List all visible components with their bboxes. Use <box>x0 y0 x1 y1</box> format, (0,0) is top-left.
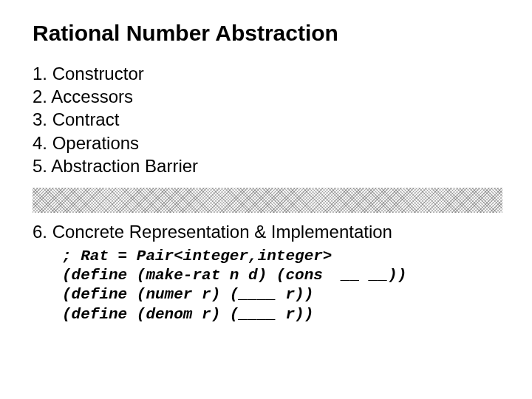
page-title: Rational Number Abstraction <box>33 21 502 46</box>
code-block: ; Rat = Pair<integer,integer> (define (m… <box>62 247 502 324</box>
slide: Rational Number Abstraction 1. Construct… <box>0 0 532 339</box>
list-item: 4. Operations <box>33 132 502 154</box>
code-line: (define (denom r) (____ r)) <box>62 306 313 323</box>
list-item: 3. Contract <box>33 108 502 131</box>
code-line: (define (numer r) (____ r)) <box>62 286 313 303</box>
code-line: ; Rat = Pair<integer,integer> <box>62 248 332 265</box>
list-item: 1. Constructor <box>33 62 502 85</box>
implementation-heading: 6. Concrete Representation & Implementat… <box>33 222 502 242</box>
code-line: (define (make-rat n d) (cons __ __)) <box>62 267 406 284</box>
abstraction-list: 1. Constructor 2. Accessors 3. Contract … <box>33 62 502 177</box>
abstraction-barrier-bar <box>33 188 502 213</box>
list-item: 2. Accessors <box>33 85 502 108</box>
list-item: 5. Abstraction Barrier <box>33 154 502 177</box>
